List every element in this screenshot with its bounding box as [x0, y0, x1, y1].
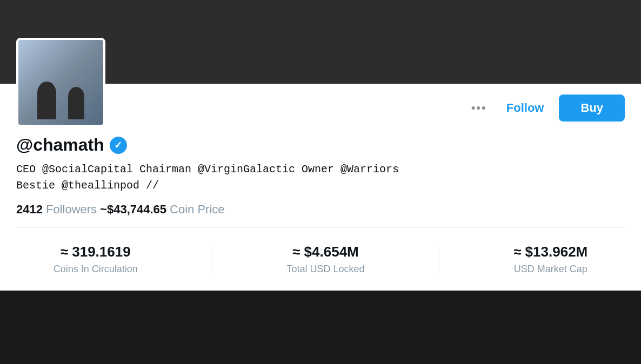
follow-button[interactable]: Follow	[500, 98, 551, 118]
username: @chamath	[16, 135, 104, 155]
coin-price-value: ~$43,744.65	[100, 203, 166, 217]
buy-button[interactable]: Buy	[559, 95, 625, 122]
more-icon: •••	[471, 101, 487, 115]
avatar-image	[18, 40, 103, 125]
market-cap-label: USD Market Cap	[514, 264, 587, 275]
bio: CEO @SocialCapital Chairman @VirginGalac…	[16, 161, 625, 194]
metrics-section: ≈ 319.1619 Coins In Circulation ≈ $4.654…	[0, 228, 641, 291]
profile-info: @chamath ✓ CEO @SocialCapital Chairman @…	[16, 130, 625, 227]
coin-price-stat: ~$43,744.65 Coin Price	[100, 203, 224, 217]
followers-stat: 2412 Followers	[16, 203, 97, 217]
stats-row: 2412 Followers ~$43,744.65 Coin Price	[16, 203, 625, 217]
metric-usd-locked: ≈ $4.654M Total USD Locked	[286, 244, 364, 275]
more-button[interactable]: •••	[467, 98, 491, 118]
followers-count: 2412	[16, 203, 43, 217]
metric-circulation: ≈ 319.1619 Coins In Circulation	[54, 244, 138, 275]
market-cap-value: ≈ $13.962M	[513, 244, 587, 260]
circulation-value: ≈ 319.1619	[61, 244, 131, 260]
username-row: @chamath ✓	[16, 135, 625, 155]
coin-price-label: Coin Price	[170, 203, 224, 217]
followers-label: Followers	[46, 203, 97, 217]
avatar	[16, 38, 105, 127]
metric-divider-2	[439, 243, 439, 275]
divider	[16, 227, 625, 228]
metric-market-cap: ≈ $13.962M USD Market Cap	[513, 244, 587, 275]
usd-locked-value: ≈ $4.654M	[292, 244, 359, 260]
action-bar: ••• Follow Buy	[16, 84, 625, 130]
verified-badge: ✓	[110, 137, 127, 154]
profile-section: ••• Follow Buy @chamath ✓ CEO @SocialCap…	[0, 84, 641, 228]
bio-line2: Bestie @theallinpod //	[16, 179, 159, 192]
circulation-label: Coins In Circulation	[54, 264, 138, 275]
usd-locked-label: Total USD Locked	[286, 264, 364, 275]
bio-line1: CEO @SocialCapital Chairman @VirginGalac…	[16, 163, 399, 176]
metric-divider-1	[212, 243, 212, 275]
